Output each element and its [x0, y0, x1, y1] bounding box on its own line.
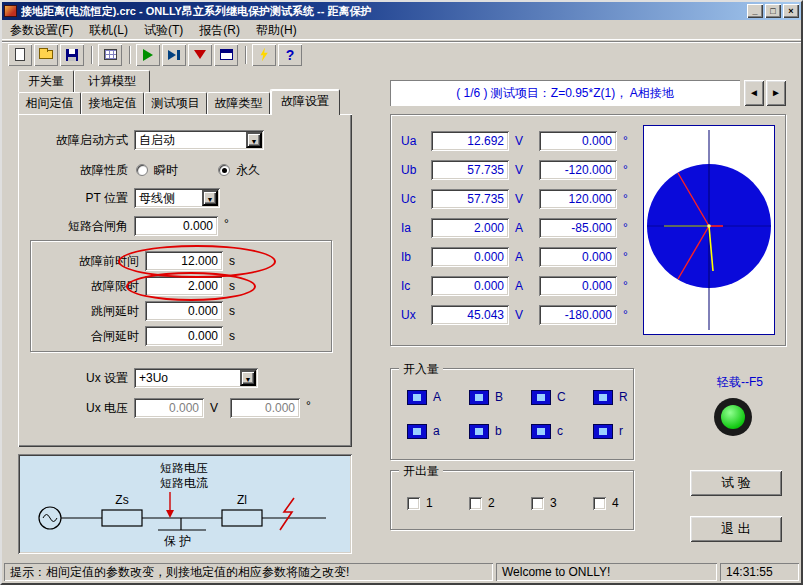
fault-limit-field[interactable]: 2.000 — [145, 276, 223, 296]
magnitude-field[interactable]: 12.692 — [431, 131, 509, 151]
chevron-down-icon[interactable]: ▼ — [202, 190, 218, 206]
maximize-button[interactable]: □ — [765, 4, 781, 18]
led-icon — [531, 390, 551, 405]
angle-unit: ° — [623, 247, 635, 267]
magnitude-field[interactable]: 0.000 — [431, 247, 509, 267]
report-grid-button[interactable] — [98, 44, 122, 66]
digital-output-title: 开出量 — [399, 463, 443, 480]
phase-name: Ia — [401, 218, 427, 238]
angle-field[interactable]: 0.000 — [539, 276, 617, 296]
angle-unit: ° — [623, 160, 635, 180]
magnitude-field[interactable]: 45.043 — [431, 305, 509, 325]
chevron-down-icon[interactable]: ▼ — [246, 132, 262, 148]
ux-voltage-field[interactable]: 0.000 — [134, 398, 204, 418]
save-button[interactable] — [60, 44, 84, 66]
angle-field[interactable]: 0.000 — [539, 131, 617, 151]
pre-fault-time-field[interactable]: 12.000 — [145, 251, 223, 271]
magnitude-field[interactable]: 57.735 — [431, 160, 509, 180]
magnitude-unit: V — [515, 189, 531, 209]
menu-online[interactable]: 联机(L) — [81, 20, 136, 41]
help-button[interactable]: ? — [278, 44, 302, 66]
pt-position-combo[interactable]: 母线侧 ▼ — [134, 188, 220, 208]
exit-button[interactable]: 退 出 — [690, 516, 782, 542]
radio-transient-label[interactable]: 瞬时 — [154, 160, 178, 180]
phase-name: Ib — [401, 247, 427, 267]
protection-label: 保 护 — [164, 533, 191, 550]
app-icon — [4, 5, 17, 17]
tab-fault-settings[interactable]: 故障设置 — [270, 89, 340, 115]
checkbox-icon[interactable] — [593, 497, 606, 510]
angle-unit: ° — [623, 276, 635, 296]
open-file-button[interactable] — [34, 44, 58, 66]
close-delay-field[interactable]: 0.000 — [145, 326, 223, 346]
do-checkbox-4[interactable]: 4 — [593, 495, 619, 511]
magnitude-field[interactable]: 57.735 — [431, 189, 509, 209]
fault-start-mode-combo[interactable]: 自启动 ▼ — [134, 130, 264, 150]
checkbox-icon[interactable] — [531, 497, 544, 510]
stop-button[interactable] — [188, 44, 212, 66]
di-indicator-C: C — [531, 389, 566, 405]
titlebar[interactable]: 接地距离(电流恒定).crc - ONLLY昂立系列继电保护测试系统 -- 距离… — [2, 2, 801, 20]
tab-switch-quantity[interactable]: 开关量 — [18, 70, 74, 92]
ux-angle-unit: ° — [306, 396, 311, 416]
close-angle-field[interactable]: 0.000 — [134, 216, 218, 236]
tab-phase-settings[interactable]: 相间定值 — [18, 92, 81, 114]
checkbox-icon[interactable] — [469, 497, 482, 510]
pt-position-value: 母线侧 — [139, 191, 175, 205]
fault-start-mode-value: 自启动 — [139, 133, 175, 147]
circuit-diagram-panel: 短路电压 短路电流 Zs Zl 保 护 — [18, 454, 352, 554]
window-view-button[interactable] — [214, 44, 238, 66]
angle-field[interactable]: -120.000 — [539, 160, 617, 180]
tab-fault-type[interactable]: 故障类型 — [207, 92, 270, 114]
light-load-button[interactable] — [714, 398, 752, 436]
quick-action-button[interactable] — [252, 44, 276, 66]
do-checkbox-2[interactable]: 2 — [469, 495, 495, 511]
radio-permanent[interactable] — [218, 164, 230, 176]
fault-settings-page: 故障启动方式 自启动 ▼ 故障性质 瞬时 永久 PT 位置 母线侧 ▼ 短路合闸… — [18, 114, 352, 447]
close-button[interactable]: × — [783, 4, 799, 18]
light-load-label: 轻载--F5 — [696, 374, 784, 391]
ux-angle-field[interactable]: 0.000 — [230, 398, 300, 418]
angle-field[interactable]: -180.000 — [539, 305, 617, 325]
magnitude-field[interactable]: 0.000 — [431, 276, 509, 296]
run-test-button[interactable] — [136, 44, 160, 66]
do-checkbox-3[interactable]: 3 — [531, 495, 557, 511]
menu-test[interactable]: 试验(T) — [136, 20, 191, 41]
magnitude-unit: A — [515, 218, 531, 238]
status-hint: 提示：相间定值的参数改变，则接地定值的相应参数将随之改变! — [4, 563, 493, 581]
menu-help[interactable]: 帮助(H) — [248, 20, 305, 41]
measurement-row: Uc 57.735 V 120.000 ° — [391, 189, 641, 209]
chevron-down-icon[interactable]: ▼ — [240, 370, 256, 386]
ux-voltage-unit: V — [210, 398, 218, 418]
next-item-button[interactable]: ► — [766, 80, 786, 106]
phase-name: Ua — [401, 131, 427, 151]
magnitude-field[interactable]: 2.000 — [431, 218, 509, 238]
menu-report[interactable]: 报告(R) — [191, 20, 248, 41]
ux-setting-combo[interactable]: +3Uo ▼ — [134, 368, 258, 388]
test-item-text: ( 1/6 ) 测试项目：Z=0.95*Z(1)， A相接地 — [456, 85, 674, 102]
test-button[interactable]: 试 验 — [690, 470, 782, 496]
do-checkbox-1[interactable]: 1 — [407, 495, 433, 511]
toolbar-separator — [129, 46, 131, 64]
angle-field[interactable]: 0.000 — [539, 247, 617, 267]
radio-transient[interactable] — [136, 164, 148, 176]
measurement-row: Ia 2.000 A -85.000 ° — [391, 218, 641, 238]
tab-ground-settings[interactable]: 接地定值 — [81, 92, 144, 114]
step-forward-button[interactable] — [162, 44, 186, 66]
checkbox-icon[interactable] — [407, 497, 420, 510]
tab-calc-model[interactable]: 计算模型 — [74, 70, 150, 92]
menu-parameter-settings[interactable]: 参数设置(F) — [2, 20, 81, 41]
angle-unit: ° — [623, 218, 635, 238]
new-file-button[interactable] — [8, 44, 32, 66]
minimize-button[interactable]: _ — [747, 4, 763, 18]
menubar: 参数设置(F) 联机(L) 试验(T) 报告(R) 帮助(H) — [2, 21, 801, 40]
trip-delay-field[interactable]: 0.000 — [145, 301, 223, 321]
angle-field[interactable]: -85.000 — [539, 218, 617, 238]
radio-permanent-label[interactable]: 永久 — [236, 160, 260, 180]
tab-test-items[interactable]: 测试项目 — [144, 92, 207, 114]
close-angle-label: 短路合闸角 — [18, 216, 128, 236]
angle-field[interactable]: 120.000 — [539, 189, 617, 209]
measurement-row: Ic 0.000 A 0.000 ° — [391, 276, 641, 296]
di-indicator-r: r — [593, 423, 623, 439]
prev-item-button[interactable]: ◄ — [744, 80, 764, 106]
